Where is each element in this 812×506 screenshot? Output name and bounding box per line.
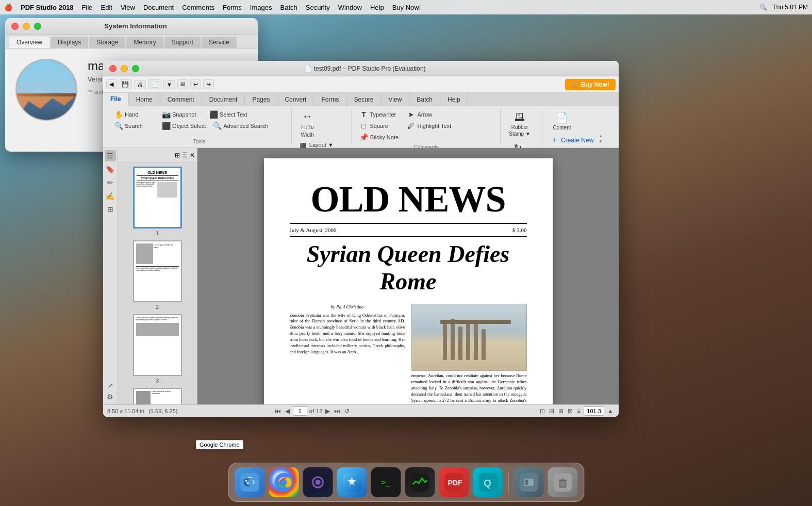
menu-images[interactable]: Images <box>250 4 272 11</box>
ribbon-tab-convert[interactable]: Convert <box>277 93 314 106</box>
sidebar-settings-icon[interactable]: ⚙ <box>105 391 116 402</box>
scroll-arrows[interactable]: ▲ ▼ <box>599 134 607 146</box>
sidebar-layers-icon[interactable]: ⊞ <box>105 204 116 215</box>
ribbon-tab-view[interactable]: View <box>382 93 410 106</box>
pdf-viewer[interactable]: OLD NEWS July & August, 2000 $ 3.00 Syri… <box>197 148 619 404</box>
toolbar-save-btn[interactable]: 💾 <box>119 79 132 89</box>
zoom-continuous-btn[interactable]: ≡ <box>576 407 582 415</box>
tool-content[interactable]: 📄 Content <box>546 109 577 133</box>
menu-app-name[interactable]: PDF Studio 2018 <box>21 4 74 11</box>
sidebar-signatures-icon[interactable]: ✍ <box>105 190 116 202</box>
hand-icon: ✋ <box>114 110 123 119</box>
ribbon-tab-secure[interactable]: Secure <box>346 93 381 106</box>
menu-security[interactable]: Security <box>306 4 330 11</box>
zoom-page-btn[interactable]: ⊟ <box>548 407 555 415</box>
menu-help[interactable]: Help <box>370 4 384 11</box>
toolbar-redo-btn[interactable]: ↪ <box>203 79 214 89</box>
zoom-up-btn[interactable]: ▲ <box>606 407 615 415</box>
dock-activity-monitor[interactable] <box>405 467 435 497</box>
apple-menu[interactable]: 🍎 <box>4 4 12 11</box>
close-button[interactable] <box>11 23 19 30</box>
menu-view[interactable]: View <box>121 4 135 11</box>
create-new-btn[interactable]: ＋ Create New <box>546 134 598 146</box>
pdf-article-text-col2: emperor, Aurelian, could not retaliate a… <box>411 373 527 404</box>
nav-last-btn[interactable]: ⏭ <box>333 407 341 415</box>
tool-arrow[interactable]: ➤ Arrow <box>404 109 450 120</box>
menu-window[interactable]: Window <box>338 4 362 11</box>
thumbnails-close-icon[interactable]: ✕ <box>190 152 195 159</box>
tool-sticky-note[interactable]: 📌 Sticky Note <box>356 132 403 142</box>
thumbnail-2[interactable]: Lorem ipsum dolor sit amet Lorem ipsum d… <box>122 240 193 310</box>
tab-storage[interactable]: Storage <box>89 37 125 48</box>
tool-snapshot[interactable]: 📷 Snapshot <box>159 109 205 120</box>
nav-refresh-btn[interactable]: ↺ <box>343 407 351 415</box>
menu-edit[interactable]: Edit <box>101 4 112 11</box>
tab-memory[interactable]: Memory <box>126 37 163 48</box>
thumbnail-1[interactable]: OLD NEWS Syrian Queen Defies Rome Lorem … <box>122 167 193 236</box>
tool-advanced-search[interactable]: 🔍 Advanced Search <box>210 121 271 131</box>
dock-pdf-studio[interactable]: PDF <box>439 467 469 497</box>
tab-service[interactable]: Service <box>202 37 237 48</box>
dock-finder-2[interactable] <box>513 467 543 497</box>
thumbnails-grid-icon[interactable]: ⊞ <box>175 152 180 159</box>
menu-comments[interactable]: Comments <box>182 4 214 11</box>
thumbnail-3[interactable]: Lorem ipsum dolor sit amet consectetur a… <box>122 314 193 384</box>
dock-stack[interactable] <box>303 467 333 497</box>
tool-select-text[interactable]: ⬛ Select Text <box>206 109 253 120</box>
tab-support[interactable]: Support <box>164 37 201 48</box>
sidebar-bookmarks-icon[interactable]: 🔖 <box>105 164 116 175</box>
ribbon-tab-forms[interactable]: Forms <box>314 93 346 106</box>
tool-fit-to-width[interactable]: ↔ Fit To Width <box>296 109 319 139</box>
sidebar-annotations-icon[interactable]: ✏ <box>105 177 116 188</box>
toolbar-undo-btn[interactable]: ↩ <box>190 79 201 89</box>
toolbar-email-btn[interactable]: ✉ <box>177 79 188 89</box>
tool-square[interactable]: □ Square <box>356 121 403 131</box>
ribbon-tab-document[interactable]: Document <box>202 93 245 106</box>
zoom-fit-btn[interactable]: ⊡ <box>539 407 546 415</box>
menu-batch[interactable]: Batch <box>280 4 297 11</box>
toolbar-print-btn[interactable]: 🖨 <box>134 80 146 89</box>
tool-highlight[interactable]: 🖊 Highlight Text <box>404 121 454 131</box>
ribbon-tab-pages[interactable]: Pages <box>245 93 277 106</box>
pdf-close-button[interactable] <box>109 65 117 72</box>
tool-search[interactable]: 🔍 Search <box>111 121 158 131</box>
thumbnails-list-icon[interactable]: ☰ <box>182 152 188 159</box>
dock-trash[interactable] <box>548 467 577 497</box>
sidebar-thumbnails-icon[interactable]: ☰ <box>105 150 116 161</box>
thumbnail-4[interactable]: Lorem ipsum dolor sit amet consectetur L… <box>122 388 193 404</box>
ribbon-tab-batch[interactable]: Batch <box>409 93 440 106</box>
nav-prev-btn[interactable]: ◀ <box>284 407 291 415</box>
menu-document[interactable]: Document <box>143 4 174 11</box>
toolbar-new-btn[interactable]: ◀ <box>106 79 117 89</box>
ribbon-tab-home[interactable]: Home <box>129 93 160 106</box>
ribbon-tab-comment[interactable]: Comment <box>160 93 202 106</box>
dock-app-store[interactable] <box>337 467 367 497</box>
tool-object-select[interactable]: ⬛ Object Select <box>159 121 209 131</box>
tab-overview[interactable]: Overview <box>9 37 49 48</box>
menu-search-icon[interactable]: 🔍 <box>759 4 767 11</box>
sidebar-share-icon[interactable]: ↗ <box>105 380 116 391</box>
nav-first-btn[interactable]: ⏮ <box>274 407 282 415</box>
pdf-date: July & August, 2000 <box>290 227 337 233</box>
buy-now-button[interactable]: 🛒 Buy Now! <box>565 79 616 90</box>
zoom-grid-btn[interactable]: ⊞ <box>557 407 565 415</box>
zoom-level-input[interactable] <box>584 406 604 416</box>
tool-hand[interactable]: ✋ Hand <box>111 109 158 120</box>
toolbar-doc-btn[interactable]: 📄 <box>148 79 161 89</box>
dock-finder[interactable] <box>235 467 264 497</box>
dock-terminal[interactable]: >_ <box>371 467 401 497</box>
dock-quill[interactable]: Q <box>473 467 503 497</box>
current-page-input[interactable]: 1 <box>293 406 307 416</box>
nav-next-btn[interactable]: ▶ <box>324 407 331 415</box>
menu-file[interactable]: File <box>82 4 93 11</box>
tool-typewriter[interactable]: T Typewriter <box>356 109 403 120</box>
dock-chrome[interactable] <box>269 467 299 497</box>
zoom-two-page-btn[interactable]: ⊠ <box>567 407 574 415</box>
menu-buynow[interactable]: Buy Now! <box>392 4 421 11</box>
menu-forms[interactable]: Forms <box>223 4 242 11</box>
tool-rubber-stamp[interactable]: 🗳 Rubber Stamp ▼ <box>505 109 535 139</box>
toolbar-dropdown-btn[interactable]: ▼ <box>163 80 175 89</box>
ribbon-tab-help[interactable]: Help <box>440 93 468 106</box>
tab-displays[interactable]: Displays <box>51 37 88 48</box>
ribbon-tab-file[interactable]: File <box>103 93 129 106</box>
